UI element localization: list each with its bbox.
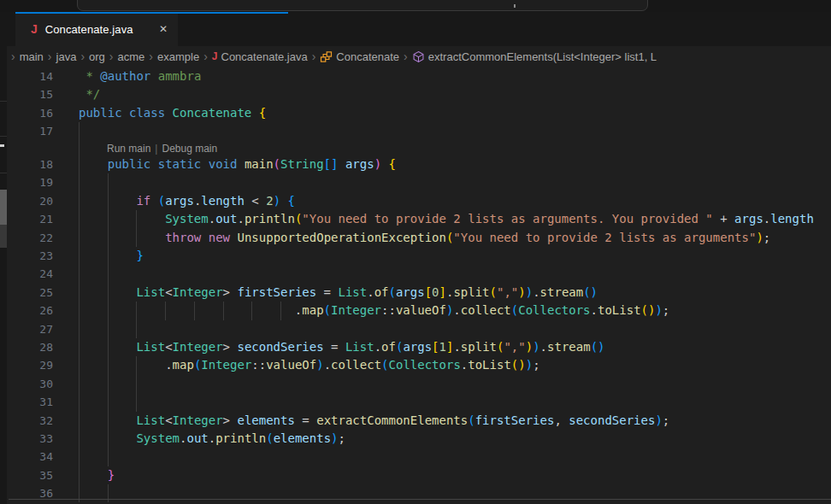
code-line[interactable]: 25 List<Integer> firstSeries = List.of(a…	[7, 284, 831, 302]
indent-guide	[136, 320, 137, 338]
code-editor[interactable]: 14 * @author ammbra15 */16public class C…	[7, 67, 831, 504]
breadcrumb-item-concatenate[interactable]: Concatenate	[320, 50, 399, 63]
code-line[interactable]: 27	[7, 320, 831, 338]
indent-guide	[108, 375, 109, 393]
line-number: 27	[7, 320, 53, 338]
code-line[interactable]: 33 System.out.println(elements);	[7, 430, 831, 448]
code-line[interactable]: 35 }	[7, 466, 831, 484]
title-bar	[0, 0, 831, 12]
indent-guide	[79, 122, 80, 140]
line-number: 14	[7, 67, 53, 85]
indent-guide	[79, 393, 80, 411]
tab-label: Concatenate.java	[45, 23, 133, 36]
code-line[interactable]: 19	[7, 173, 831, 191]
line-number: 23	[7, 247, 53, 265]
code-line[interactable]: 26 .map(Integer::valueOf).collect(Collec…	[7, 302, 831, 319]
code-line[interactable]: 14 * @author ammbra	[7, 67, 831, 85]
code-text: System.out.println(elements);	[79, 430, 345, 448]
code-line[interactable]: 21 System.out.println("You need to provi…	[7, 210, 831, 228]
line-number: 33	[7, 430, 53, 448]
line-number: 18	[7, 155, 53, 173]
java-file-icon: J	[212, 50, 218, 62]
sidebar-divider	[0, 173, 7, 173]
breadcrumb-separator: ›	[80, 50, 85, 63]
line-number: 24	[7, 265, 53, 283]
indent-guide	[79, 484, 80, 502]
code-text: public static void main(String[] args) {	[79, 155, 396, 173]
indent-guide	[79, 448, 80, 466]
line-number: 16	[7, 104, 53, 122]
code-line[interactable]: 24	[7, 265, 831, 283]
line-number: 35	[7, 466, 53, 484]
line-number: 36	[7, 484, 53, 502]
breadcrumb-separator: ›	[404, 50, 408, 63]
indent-guide	[108, 173, 109, 191]
java-file-icon: J	[31, 22, 38, 36]
line-number: 25	[7, 284, 53, 302]
code-text: List<Integer> secondSeries = List.of(arg…	[79, 338, 604, 356]
code-line[interactable]: 29 .map(Integer::valueOf).collect(Collec…	[7, 356, 831, 374]
codelens-run-link[interactable]: Run main	[107, 143, 150, 155]
code-line[interactable]: 31	[7, 393, 831, 411]
codelens-debug-link[interactable]: Debug main	[162, 143, 217, 155]
breadcrumb-separator: ›	[11, 50, 15, 63]
code-line[interactable]: 32 List<Integer> elements = extractCommo…	[7, 412, 831, 430]
sidebar-item[interactable]	[0, 225, 7, 248]
indent-guide	[108, 320, 109, 338]
code-line[interactable]: 34	[7, 448, 831, 466]
line-number: 17	[7, 122, 53, 140]
breadcrumb-item-org[interactable]: org	[89, 50, 105, 63]
code-line[interactable]: 18 public static void main(String[] args…	[7, 155, 831, 173]
line-number: 32	[7, 412, 53, 430]
line-number: 15	[7, 85, 53, 103]
code-text: List<Integer> firstSeries = List.of(args…	[79, 284, 598, 302]
line-number: 29	[7, 356, 53, 374]
line-number: 30	[7, 375, 53, 393]
indent-guide	[108, 393, 109, 411]
code-line[interactable]: 30	[7, 375, 831, 393]
breadcrumb-item-main[interactable]: main	[20, 50, 44, 63]
code-line[interactable]: 36	[7, 484, 831, 502]
line-number: 21	[7, 210, 53, 228]
breadcrumb-item-example[interactable]: example	[157, 50, 199, 63]
code-line[interactable]: 22 throw new UnsupportedOperationExcepti…	[7, 229, 831, 247]
sidebar-selected-item[interactable]	[0, 190, 7, 225]
breadcrumb-item-extractcommonelements-li[interactable]: extractCommonElements(List<Integer> list…	[412, 50, 657, 63]
indent-guide	[79, 173, 80, 191]
code-text: .map(Integer::valueOf).collect(Collector…	[79, 302, 669, 319]
code-text: }	[79, 466, 115, 484]
breadcrumb-item-acme[interactable]: acme	[118, 50, 145, 63]
breadcrumb-separator: ›	[109, 50, 114, 63]
line-number: 34	[7, 448, 53, 466]
code-text: public class Concatenate {	[79, 104, 266, 122]
tab-close-icon[interactable]: ✕	[157, 21, 169, 37]
code-text: }	[79, 247, 144, 265]
indent-guide	[79, 141, 80, 156]
indent-guide	[108, 484, 109, 502]
line-number: 20	[7, 192, 53, 210]
code-line[interactable]: 20 if (args.length < 2) {	[7, 192, 831, 210]
code-text: List<Integer> elements = extractCommonEl…	[79, 412, 669, 430]
editor-bottom-border	[9, 499, 831, 500]
code-text: .map(Integer::valueOf).collect(Collector…	[79, 356, 540, 374]
line-number: 22	[7, 229, 53, 247]
indent-guide	[108, 265, 109, 283]
sidebar-marker	[0, 144, 4, 147]
line-number: 28	[7, 338, 53, 356]
code-line[interactable]: 23 }	[7, 247, 831, 265]
tab-concatenate-java[interactable]: J Concatenate.java ✕	[15, 12, 178, 46]
indent-guide	[136, 393, 137, 411]
line-number: 26	[7, 302, 53, 319]
breadcrumb-item-concatenate-java[interactable]: JConcatenate.java	[212, 50, 308, 63]
breadcrumb-separator: ›	[48, 50, 52, 63]
code-line[interactable]: 28 List<Integer> secondSeries = List.of(…	[7, 338, 831, 356]
code-line[interactable]: 17	[7, 122, 831, 140]
code-line[interactable]: 15 */	[7, 85, 831, 103]
command-center[interactable]	[77, 0, 648, 11]
code-text: System.out.println("You need to provide …	[79, 210, 814, 228]
breadcrumb-separator: ›	[203, 50, 208, 63]
code-text: * @author ammbra	[79, 67, 201, 85]
method-icon	[412, 50, 425, 63]
code-line[interactable]: 16public class Concatenate {	[7, 104, 831, 122]
breadcrumb-item-java[interactable]: java	[56, 50, 77, 63]
